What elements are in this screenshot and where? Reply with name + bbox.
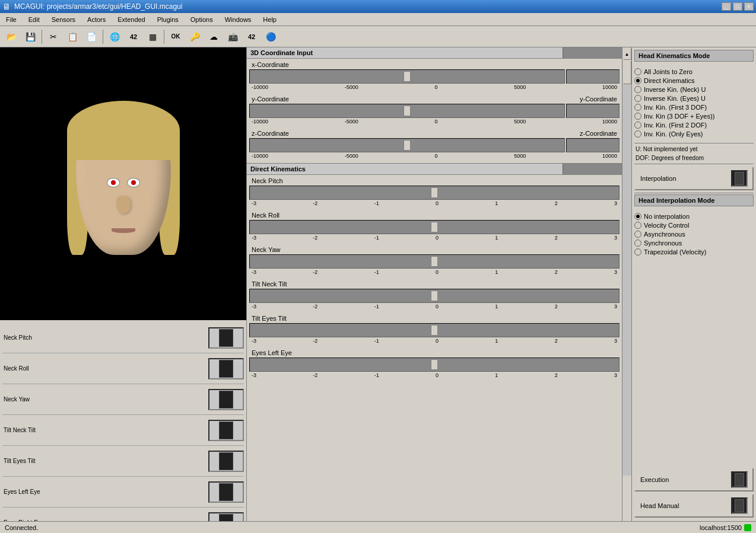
- ok-btn[interactable]: OK: [167, 28, 185, 45]
- menu-plugins[interactable]: Plugins: [154, 15, 182, 24]
- spacer: [634, 260, 754, 468]
- center-scrollbar[interactable]: ▲: [622, 47, 631, 521]
- radio-inv-first3[interactable]: Inv. Kin. (First 3 DOF): [634, 104, 754, 111]
- radio-trapezoidal-btn[interactable]: [634, 248, 641, 256]
- z-coord-scale: -10000-50000500010000: [249, 152, 620, 159]
- web-btn[interactable]: 🌐: [106, 28, 123, 45]
- execution-button[interactable]: Execution: [634, 468, 754, 491]
- radio-async-btn[interactable]: [634, 231, 641, 238]
- radio-velocity-btn[interactable]: [634, 222, 641, 229]
- cut-btn[interactable]: ✂: [45, 28, 62, 45]
- radio-all-joints[interactable]: All Joints to Zero: [634, 68, 754, 75]
- menu-file[interactable]: File: [2, 15, 20, 24]
- menu-options[interactable]: Options: [187, 15, 217, 24]
- server-text: localhost:1500: [700, 524, 742, 531]
- eyes-left-display: [208, 481, 244, 503]
- menu-windows[interactable]: Windows: [221, 15, 255, 24]
- num-btn[interactable]: 42: [125, 28, 142, 45]
- radio-inv-only-eyes[interactable]: Inv. Kin. (Only Eyes): [634, 130, 754, 138]
- z-coord-side-label: z-Coordinate: [580, 130, 620, 137]
- center-scroll[interactable]: 3D Coordinate Input x-Coordinate -10000-…: [247, 47, 622, 521]
- menu-extended[interactable]: Extended: [114, 15, 148, 24]
- window-controls: _ □ ×: [722, 2, 754, 11]
- radio-sync-btn[interactable]: [634, 240, 641, 247]
- kinematics-mode-header: Head Kinematics Mode: [634, 50, 754, 62]
- pupil-right: [131, 180, 136, 185]
- tilt-neck-display-inner: [219, 422, 233, 439]
- hair-top: [67, 101, 180, 160]
- radio-inv-neck-btn[interactable]: [634, 86, 641, 93]
- open-btn[interactable]: 📂: [2, 28, 20, 45]
- z-coord-label: z-Coordinate: [249, 129, 291, 138]
- num2-btn[interactable]: 42: [243, 28, 261, 45]
- radio-no-interp[interactable]: No interpolation: [634, 213, 754, 220]
- y-coord-inputs: [249, 104, 620, 118]
- maximize-button[interactable]: □: [733, 2, 742, 11]
- window-title: MCAGUI: projects/armar3/etc/gui/HEAD_GUI…: [14, 2, 182, 11]
- radio-async[interactable]: Asynchronous: [634, 231, 754, 238]
- tilt-neck-slider-row: Tilt Neck Tilt -3-2-10123: [247, 278, 622, 311]
- neck-pitch-label: Neck Pitch: [2, 333, 74, 342]
- scroll-thumb[interactable]: [623, 60, 631, 84]
- interpolation-mode-header: Head Interpolation Mode: [634, 194, 754, 206]
- z-coord-input[interactable]: [249, 138, 565, 152]
- status-bar: Connected. localhost:1500: [0, 521, 756, 533]
- divider1: [634, 143, 754, 143]
- circle-btn[interactable]: 🔵: [262, 28, 279, 45]
- neck-pitch-slider[interactable]: [249, 186, 620, 200]
- radio-inv-first2[interactable]: Inv. Kin. (First 2 DOF): [634, 122, 754, 129]
- menu-actors[interactable]: Actors: [84, 15, 109, 24]
- scroll-up-btn[interactable]: ▲: [623, 48, 631, 60]
- grid-btn[interactable]: ▦: [144, 28, 161, 45]
- radio-inv-first2-btn[interactable]: [634, 122, 641, 129]
- radio-all-joints-btn[interactable]: [634, 68, 641, 75]
- radio-velocity-label: Velocity Control: [644, 222, 689, 229]
- menu-edit[interactable]: Edit: [25, 15, 43, 24]
- eyes-right-display-inner: [219, 514, 233, 522]
- eyes-left-slider[interactable]: [249, 358, 620, 372]
- radio-inv-neck[interactable]: Inverse Kin. (Neck) U: [634, 86, 754, 93]
- key-btn[interactable]: 🔑: [186, 28, 204, 45]
- cloud-btn[interactable]: ☁: [205, 28, 223, 45]
- radio-direct-kin-btn[interactable]: [634, 77, 641, 84]
- eye-left: [107, 178, 120, 187]
- menu-bar: File Edit Sensors Actors Extended Plugin…: [0, 13, 756, 26]
- radio-inv-only-eyes-btn[interactable]: [634, 130, 641, 138]
- interpolation-radio-group: No interpolation Velocity Control Asynch…: [634, 211, 754, 257]
- neck-pitch-display: [208, 327, 244, 349]
- execution-btn-display: [731, 471, 748, 488]
- menu-help[interactable]: Help: [259, 15, 280, 24]
- y-coord-input[interactable]: [249, 104, 565, 118]
- fax-btn[interactable]: 📠: [224, 28, 242, 45]
- head-manual-button[interactable]: Head Manual: [634, 494, 754, 518]
- radio-inv-3dof-eyes[interactable]: Inv. Kin (3 DOF + Eyes)): [634, 113, 754, 120]
- radio-direct-kin-label: Direct Kinematics: [644, 77, 695, 84]
- radio-inv-eyes[interactable]: Inverse Kin. (Eyes) U: [634, 95, 754, 102]
- left-slider-neck-pitch: Neck Pitch: [2, 323, 244, 353]
- radio-direct-kin[interactable]: Direct Kinematics: [634, 77, 754, 84]
- y-coord-side: [566, 104, 620, 118]
- radio-velocity[interactable]: Velocity Control: [634, 222, 754, 229]
- radio-sync[interactable]: Synchronous: [634, 240, 754, 247]
- tilt-neck-slider[interactable]: [249, 289, 620, 303]
- radio-no-interp-btn[interactable]: [634, 213, 641, 220]
- radio-trapezoidal[interactable]: Trapezoidal (Velocity): [634, 248, 754, 256]
- copy-btn[interactable]: 📋: [63, 28, 81, 45]
- minimize-button[interactable]: _: [722, 2, 731, 11]
- radio-inv-eyes-btn[interactable]: [634, 95, 641, 102]
- neck-yaw-slider[interactable]: [249, 254, 620, 269]
- tilt-eyes-slider[interactable]: [249, 323, 620, 337]
- menu-sensors[interactable]: Sensors: [48, 15, 79, 24]
- close-button[interactable]: ×: [744, 2, 754, 11]
- radio-inv-3dof-eyes-btn[interactable]: [634, 113, 641, 120]
- left-slider-neck-yaw: Neck Yaw: [2, 384, 244, 415]
- neck-roll-slider[interactable]: [249, 220, 620, 234]
- center-panel: 3D Coordinate Input x-Coordinate -10000-…: [246, 47, 622, 521]
- interpolation-button[interactable]: Interpolation: [634, 167, 754, 190]
- paste-btn[interactable]: 📄: [82, 28, 100, 45]
- radio-inv-3dof-eyes-label: Inv. Kin (3 DOF + Eyes)): [644, 113, 714, 120]
- x-coord-input[interactable]: [249, 69, 565, 84]
- save-btn[interactable]: 💾: [21, 28, 39, 45]
- toolbar: 📂 💾 ✂ 📋 📄 🌐 42 ▦ OK 🔑 ☁ 📠 42 🔵: [0, 26, 756, 47]
- radio-inv-first3-btn[interactable]: [634, 104, 641, 111]
